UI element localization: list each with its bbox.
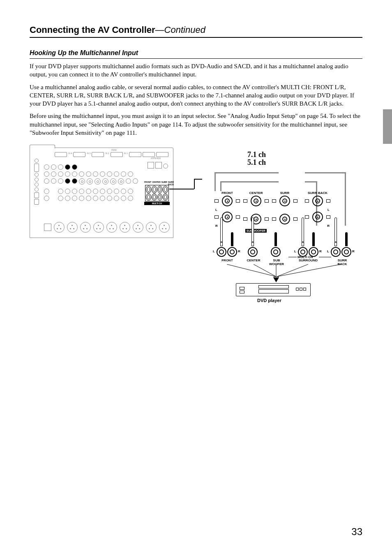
rca-jack (79, 171, 84, 177)
mc-jack (152, 194, 157, 201)
surround-label: SURROUND (296, 259, 321, 262)
jack-row (44, 171, 138, 177)
hdmi-label: HDMI (111, 149, 117, 151)
rca-jack-icon (279, 196, 290, 206)
section-heading: Hooking Up the Multichannel Input (30, 49, 362, 59)
link-icon (305, 199, 309, 203)
rca-jack (128, 196, 133, 201)
svg-line-4 (277, 264, 341, 277)
hdmi-slots: IN 4 IN 3 IN 2 IN 1 (55, 152, 168, 157)
plug-tip-icon (231, 242, 233, 246)
callout-line (169, 189, 194, 189)
rca-jack (44, 196, 49, 201)
hdmi-slot (111, 152, 123, 157)
rca-jack (58, 171, 63, 177)
rca-jack (107, 171, 112, 177)
subwoofer-label: SUBWOOFER (245, 229, 267, 233)
rca-jack (107, 196, 112, 201)
rca-jack (93, 171, 98, 177)
knob (110, 178, 116, 185)
cable-red (312, 232, 315, 242)
antenna-coax (163, 164, 168, 169)
page: Connecting the AV Controller—Continued H… (0, 0, 392, 554)
rca-jack (126, 178, 131, 184)
rca-jack (100, 171, 105, 177)
link-icon (214, 215, 219, 219)
port-ir (34, 164, 39, 172)
r-label: R (238, 249, 240, 253)
cable-red (231, 232, 233, 242)
svg-marker-6 (273, 277, 279, 282)
plug-icon (298, 247, 308, 257)
svg-line-3 (277, 264, 308, 277)
plug-tip-icon (220, 242, 223, 246)
rca-jack (79, 189, 84, 194)
jack-row (44, 178, 138, 185)
hdmi-in-label: IN 2 (105, 152, 109, 157)
rca-jack (114, 189, 119, 194)
center-label: CENTER (243, 259, 264, 262)
rca-jack (44, 178, 49, 184)
connection-diagram: HDMI IN 4 IN 3 IN 2 IN 1 ANTENNA (30, 144, 362, 317)
rca-jack (51, 178, 56, 184)
l-label: L (215, 208, 240, 212)
multich-bar-label: MULTI CH (144, 202, 170, 205)
rca-jack (44, 189, 49, 194)
plug-tip-icon (345, 242, 348, 246)
multich-detail: 7.1 ch 5.1 ch FRONT L R CENTER (214, 169, 346, 240)
rca-jack (114, 171, 119, 177)
plug-tip-icon (312, 242, 315, 246)
rca-jack (121, 196, 126, 201)
rca-jack (100, 189, 105, 194)
knob (118, 178, 124, 185)
link-icon (243, 199, 247, 203)
link-icon (326, 199, 330, 203)
rca-jack (51, 164, 56, 170)
cable-white (334, 217, 337, 242)
rca-jack (133, 178, 138, 184)
rca-jack-icon (279, 214, 290, 224)
jack-row (44, 164, 138, 170)
mc-jack (152, 186, 157, 193)
xlr-connector (146, 222, 157, 233)
plug-icon (331, 247, 341, 257)
hdmi-slot (156, 152, 168, 157)
rca-jack (58, 164, 63, 170)
r-label: R (305, 224, 330, 228)
rca-jack (72, 171, 77, 177)
knob (95, 178, 101, 185)
ground-terminal (44, 224, 51, 231)
rca-jack (93, 189, 98, 194)
mini-jack (35, 178, 39, 182)
side-tab (383, 109, 392, 144)
r-label: R (352, 249, 355, 253)
mc-surrback-label: SURR BACK (168, 181, 174, 186)
page-title-row: Connecting the AV Controller—Continued (30, 25, 362, 38)
rca-jack (44, 164, 49, 170)
rca-jack (100, 196, 105, 201)
mc-jack (157, 186, 163, 193)
dvd-front-panel (258, 289, 289, 293)
plug-icon (227, 247, 237, 257)
knob (79, 178, 85, 185)
hdmi-in-label: IN 3 (87, 152, 90, 157)
xlr-row (44, 222, 170, 233)
cable-white (302, 217, 304, 242)
mc-jack (163, 194, 168, 201)
rca-jack-icon (312, 212, 323, 222)
left-column-ports (32, 159, 42, 205)
hdmi-slot (92, 152, 104, 157)
xlr-connector (80, 222, 91, 233)
l-label: L (327, 249, 329, 253)
plug-icon (309, 247, 318, 257)
link-icon (236, 215, 240, 219)
51ch-label: 5.1 ch (247, 158, 266, 167)
r-label: R (319, 249, 322, 253)
surrback-label: SURR BACK (305, 191, 330, 195)
hdmi-slot (73, 152, 85, 157)
rca-jack (58, 196, 63, 201)
port-ethernet (34, 199, 39, 205)
rca-jack (72, 164, 77, 170)
xlr-connector (106, 222, 117, 233)
plug-tip-icon (274, 242, 277, 246)
